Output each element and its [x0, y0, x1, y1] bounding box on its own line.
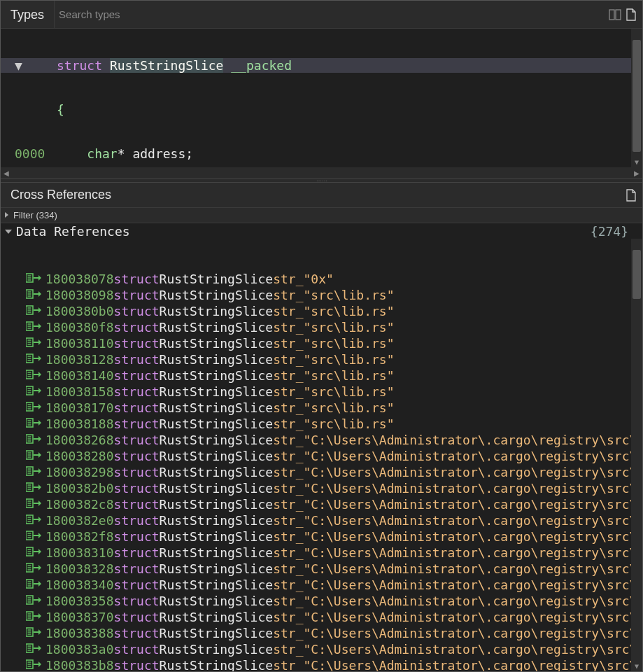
- scroll-right-icon[interactable]: ▶: [631, 167, 642, 178]
- xref-struct-keyword: struct: [114, 400, 160, 416]
- svg-marker-79: [38, 468, 41, 474]
- xref-struct-keyword: struct: [114, 561, 160, 577]
- xref-address: 1800382e0: [45, 512, 114, 528]
- xref-string-value: str_"C:\Users\Administrator\.cargo\regis…: [273, 561, 637, 577]
- horizontal-scrollbar[interactable]: ◀ ▶: [1, 167, 642, 178]
- cross-references-list[interactable]: 180038078 struct RustStringSlice str_"0x…: [1, 239, 642, 671]
- xref-row[interactable]: 1800380f8 struct RustStringSlice str_"sr…: [1, 319, 642, 335]
- xref-struct-keyword: struct: [114, 384, 160, 400]
- xref-type-name: RustStringSlice: [160, 480, 274, 496]
- xref-row[interactable]: 180038388 struct RustStringSlice str_"C:…: [1, 625, 642, 641]
- xref-row[interactable]: 180038358 struct RustStringSlice str_"C:…: [1, 593, 642, 609]
- svg-marker-7: [38, 275, 41, 281]
- xref-address: 180038310: [45, 545, 114, 561]
- xref-type-name: RustStringSlice: [160, 416, 274, 432]
- svg-marker-37: [38, 356, 41, 361]
- svg-marker-127: [38, 597, 41, 603]
- xref-string-value: str_"C:\Users\Administrator\.cargo\regis…: [273, 625, 637, 641]
- xref-type-name: RustStringSlice: [160, 512, 274, 528]
- svg-marker-145: [38, 645, 41, 651]
- xref-row[interactable]: 1800382c8 struct RustStringSlice str_"C:…: [1, 496, 642, 512]
- vertical-scrollbar[interactable]: ▲ ▼: [631, 239, 642, 671]
- xref-row[interactable]: 180038158 struct RustStringSlice str_"sr…: [1, 384, 642, 400]
- xref-row[interactable]: 180038340 struct RustStringSlice str_"C:…: [1, 577, 642, 593]
- xref-string-value: str_"C:\Users\Administrator\.cargo\regis…: [273, 448, 637, 464]
- xref-address: 180038128: [45, 351, 114, 368]
- data-references-label: Data References: [16, 224, 130, 239]
- data-reference-icon: [26, 448, 41, 464]
- xref-address: 180038078: [45, 271, 114, 287]
- xref-address: 180038098: [45, 287, 114, 303]
- chevron-right-icon: [5, 212, 8, 218]
- scroll-left-icon[interactable]: ◀: [1, 167, 12, 178]
- xref-type-name: RustStringSlice: [160, 496, 274, 512]
- xref-row[interactable]: 180038128 struct RustStringSlice str_"sr…: [1, 351, 642, 368]
- new-document-icon[interactable]: [626, 189, 637, 202]
- xref-row[interactable]: 180038328 struct RustStringSlice str_"C:…: [1, 561, 642, 577]
- xref-row[interactable]: 1800383a0 struct RustStringSlice str_"C:…: [1, 641, 642, 657]
- svg-marker-121: [38, 581, 41, 587]
- xref-type-name: RustStringSlice: [160, 351, 274, 368]
- split-icon[interactable]: [609, 8, 621, 21]
- xref-address: 1800382f8: [45, 528, 114, 545]
- disclosure-triangle[interactable]: ▼: [1, 58, 57, 73]
- scroll-down-icon[interactable]: ▼: [631, 156, 642, 167]
- scroll-thumb[interactable]: [633, 40, 641, 152]
- xref-row[interactable]: 1800382e0 struct RustStringSlice str_"C:…: [1, 512, 642, 528]
- xref-string-value: str_"C:\Users\Administrator\.cargo\regis…: [273, 496, 637, 512]
- xref-struct-keyword: struct: [114, 448, 160, 464]
- data-reference-icon: [26, 303, 41, 319]
- xref-row[interactable]: 180038280 struct RustStringSlice str_"C:…: [1, 448, 642, 464]
- xref-address: 1800382b0: [45, 480, 114, 496]
- xref-row[interactable]: 180038078 struct RustStringSlice str_"0x…: [1, 271, 642, 287]
- xref-address: 180038328: [45, 561, 114, 577]
- data-reference-icon: [26, 577, 41, 593]
- scroll-thumb[interactable]: [633, 250, 641, 299]
- xref-type-name: RustStringSlice: [160, 545, 274, 561]
- search-input[interactable]: [55, 1, 603, 28]
- svg-marker-25: [38, 323, 41, 329]
- xref-struct-keyword: struct: [114, 641, 160, 657]
- xref-row[interactable]: 180038268 struct RustStringSlice str_"C:…: [1, 432, 642, 448]
- svg-marker-43: [38, 372, 41, 377]
- xref-row[interactable]: 180038110 struct RustStringSlice str_"sr…: [1, 335, 642, 351]
- vertical-scrollbar[interactable]: ▲ ▼: [631, 29, 642, 167]
- xref-type-name: RustStringSlice: [160, 432, 274, 448]
- scroll-down-icon[interactable]: ▼: [631, 660, 642, 671]
- filter-row[interactable]: Filter (334): [1, 208, 642, 223]
- data-references-header[interactable]: Data References {274}: [1, 223, 642, 239]
- data-reference-icon: [26, 319, 41, 335]
- xref-row[interactable]: 180038140 struct RustStringSlice str_"sr…: [1, 368, 642, 384]
- xref-address: 180038340: [45, 577, 114, 593]
- xref-struct-keyword: struct: [114, 432, 160, 448]
- xref-string-value: str_"src\lib.rs": [273, 368, 394, 384]
- xref-row[interactable]: 180038170 struct RustStringSlice str_"sr…: [1, 400, 642, 416]
- xref-struct-keyword: struct: [114, 287, 160, 303]
- xref-row[interactable]: 1800380b0 struct RustStringSlice str_"sr…: [1, 303, 642, 319]
- svg-marker-109: [38, 549, 41, 554]
- struct-member-row: 0000 char* address;: [1, 146, 642, 161]
- xref-struct-keyword: struct: [114, 303, 160, 319]
- xref-row[interactable]: 1800382f8 struct RustStringSlice str_"C:…: [1, 528, 642, 545]
- data-reference-icon: [26, 545, 41, 561]
- xref-type-name: RustStringSlice: [160, 464, 274, 480]
- xref-row[interactable]: 180038310 struct RustStringSlice str_"C:…: [1, 545, 642, 561]
- xref-row[interactable]: 180038298 struct RustStringSlice str_"C:…: [1, 464, 642, 480]
- xref-string-value: str_"src\lib.rs": [273, 400, 394, 416]
- xref-address: 180038268: [45, 432, 114, 448]
- xref-string-value: str_"0x": [273, 271, 334, 287]
- xref-string-value: str_"C:\Users\Administrator\.cargo\regis…: [273, 577, 637, 593]
- data-reference-icon: [26, 593, 41, 609]
- new-document-icon[interactable]: [626, 8, 637, 21]
- xref-string-value: str_"C:\Users\Administrator\.cargo\regis…: [273, 609, 637, 625]
- xref-row[interactable]: 1800382b0 struct RustStringSlice str_"C:…: [1, 480, 642, 496]
- xref-row[interactable]: 180038098 struct RustStringSlice str_"sr…: [1, 287, 642, 303]
- xref-string-value: str_"C:\Users\Administrator\.cargo\regis…: [273, 641, 637, 657]
- types-code-view[interactable]: ▼ struct RustStringSlice __packed { 0000…: [1, 29, 642, 167]
- data-reference-icon: [26, 271, 41, 287]
- xref-address: 180038170: [45, 400, 114, 416]
- xref-row[interactable]: 180038188 struct RustStringSlice str_"sr…: [1, 416, 642, 432]
- xref-row[interactable]: 180038370 struct RustStringSlice str_"C:…: [1, 609, 642, 625]
- xref-address: 180038298: [45, 464, 114, 480]
- xref-row[interactable]: 1800383b8 struct RustStringSlice str_"C:…: [1, 657, 642, 671]
